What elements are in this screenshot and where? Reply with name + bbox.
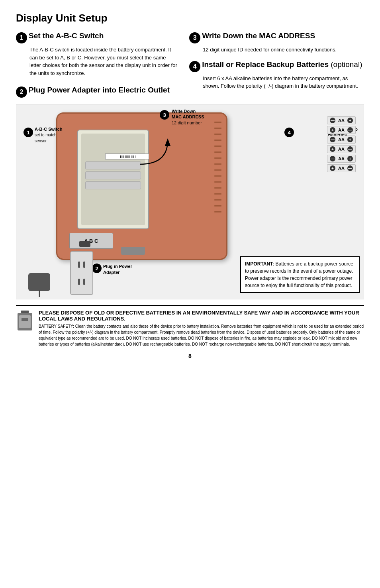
outlet-slot-br <box>83 279 85 285</box>
adapter-cord <box>39 290 40 297</box>
battery-cell-1 <box>85 161 141 169</box>
step1-header: 1 Set the A-B-C Switch <box>16 31 177 43</box>
bat-neg-6: — <box>347 165 353 171</box>
step1-title: Set the A-B-C Switch <box>29 31 104 40</box>
bat-label-6: AA <box>337 166 346 171</box>
dispose-section: PLEASE DISPOSE OF OLD OR DEFECTIVE BATTE… <box>16 305 364 347</box>
callout-2: 2 <box>92 264 102 273</box>
battery-slots-diagram: — AA + + AA — — AA + + AA — — AA + + AA … <box>327 116 356 172</box>
callout-3: 3 <box>160 110 169 120</box>
left-column: 1 Set the A-B-C Switch The A-B-C switch … <box>16 31 177 100</box>
svg-rect-3 <box>22 318 28 321</box>
battery-slot-4: + AA — <box>327 145 356 153</box>
step1-circle: 1 <box>16 32 27 43</box>
step3-header: 3 Write Down the MAC ADDRESS <box>189 31 364 43</box>
vent-lines <box>214 122 221 217</box>
bat-neg-1: — <box>330 118 335 123</box>
bat-pos-2: + <box>330 127 335 133</box>
bat-pos-3: + <box>347 137 353 142</box>
bat-neg-4: — <box>347 146 353 152</box>
device-back: | || || ||||| | |||| | A B C <box>56 112 227 260</box>
svg-rect-0 <box>21 311 29 313</box>
outlet-body <box>70 251 93 295</box>
callout-2-label: Plug in PowerAdapter <box>103 264 132 275</box>
outlet-bottom-slots <box>78 279 85 285</box>
adapter-body <box>28 273 50 291</box>
bat-neg-2: — <box>347 127 353 133</box>
power-adapter-illustration <box>28 273 50 291</box>
battery-compartment-inner: | || || ||||| | |||| | <box>81 134 145 225</box>
bat-pos-4: + <box>330 146 335 152</box>
step4-body: Insert 6 x AA alkaline batteries into th… <box>203 75 364 90</box>
bat-neg-3: — <box>330 137 335 142</box>
battery-slot-2: + AA — <box>327 126 356 134</box>
bat-label-4: AA <box>337 147 346 151</box>
bat-pos-1: + <box>347 118 353 123</box>
port-area <box>121 247 145 255</box>
step4-title: Install or Replace Backup Batteries (opt… <box>202 60 362 69</box>
battery-icon <box>16 310 34 333</box>
dispose-title: PLEASE DISPOSE OF OLD OR DEFECTIVE BATTE… <box>39 310 364 322</box>
outlet-slot-bl <box>78 279 80 285</box>
step3-circle: 3 <box>189 32 200 43</box>
step4-circle: 4 <box>189 61 200 72</box>
battery-slot-3: — AA + <box>327 136 356 144</box>
bat-label-3: AA <box>337 137 346 142</box>
callout-3-label: Write DownMAC ADDRESS 12 digit number <box>172 108 204 126</box>
bat-label-1: AA <box>337 118 346 123</box>
page-title: Display Unit Setup <box>16 12 364 24</box>
battery-slot-6: + AA — <box>327 164 356 172</box>
abc-switch: A B C <box>69 233 113 249</box>
outlet-illustration <box>70 251 93 295</box>
step4-header: 4 Install or Replace Backup Batteries (o… <box>189 60 364 72</box>
bat-pos-6: + <box>330 165 335 171</box>
bat-neg-5: — <box>330 156 335 161</box>
step1-body: The A-B-C switch is located inside the b… <box>29 46 177 77</box>
battery-cells-area <box>85 161 141 221</box>
step3-title: Write Down the MAC ADDRESS <box>202 31 315 40</box>
bat-pos-5: + <box>347 156 353 161</box>
step2-title: Plug Power Adapter into Electric Outlet <box>29 86 170 94</box>
battery-slot-1: — AA + <box>327 116 356 124</box>
callout-1-label: A-B-C Switch set to matchsensor <box>35 126 63 144</box>
battery-slot-5: — AA + <box>327 155 356 163</box>
outlet-slot-l <box>78 262 80 268</box>
step2-circle: 2 <box>16 87 27 98</box>
bat-label-5: AA <box>337 156 346 161</box>
bat-label-2: AA <box>337 128 346 132</box>
arrow-svg <box>136 136 176 168</box>
page-number: 8 <box>16 353 364 359</box>
diagram-section: | || || ||||| | |||| | A B C <box>16 104 364 299</box>
step2-header: 2 Plug Power Adapter into Electric Outle… <box>16 86 177 98</box>
battery-cell-2 <box>85 171 141 179</box>
dispose-body: BATTERY SAFETY: Clean the battery contac… <box>39 323 364 347</box>
important-box: IMPORTANT: Batteries are a backup power … <box>240 256 360 293</box>
svg-rect-2 <box>19 315 31 328</box>
right-column: 3 Write Down the MAC ADDRESS 12 digit un… <box>189 31 364 100</box>
outlet-slot-r <box>83 262 85 268</box>
step3-body: 12 digit unique ID needed for online con… <box>203 46 364 54</box>
battery-cell-3 <box>85 181 141 189</box>
callout-4: 4 <box>284 128 294 137</box>
callout-1: 1 <box>24 128 33 137</box>
abc-button <box>79 241 90 247</box>
outlet-top-slots <box>78 262 85 268</box>
dispose-text: PLEASE DISPOSE OF OLD OR DEFECTIVE BATTE… <box>39 310 364 347</box>
